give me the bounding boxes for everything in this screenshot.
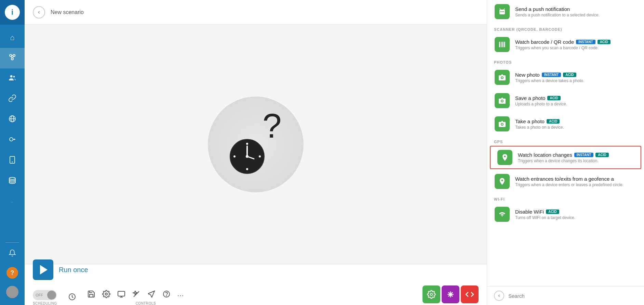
sidebar-item-help[interactable]: ? xyxy=(0,264,25,282)
sidebar-item-mobile[interactable] xyxy=(0,151,25,171)
svg-point-14 xyxy=(9,177,15,179)
android-icon xyxy=(495,70,510,85)
search-input[interactable] xyxy=(508,293,637,299)
list-item-save-photo[interactable]: Save a photo ACID Uploads a photo to a d… xyxy=(487,89,644,112)
android-icon xyxy=(495,207,510,222)
section-header-scanner: SCANNER (QRCODE, BARCODE) xyxy=(487,23,644,33)
toolbar-display[interactable] xyxy=(117,290,125,300)
list-item-text: Watch barcode / QR code INSTANT ACID Tri… xyxy=(515,39,636,50)
list-item-push-notification[interactable]: Send a push notification Sends a push no… xyxy=(487,0,644,23)
more-icon: ··· xyxy=(177,291,184,299)
list-item-disable-wifi[interactable]: Disable WiFi ACID Turns off WiFi on a ta… xyxy=(487,203,644,226)
badge-acid: ACID xyxy=(547,119,560,124)
badge-acid: ACID xyxy=(595,153,608,157)
toolbar-more[interactable]: ··· xyxy=(177,291,184,299)
android-icon xyxy=(495,93,510,108)
tools-icons-row xyxy=(422,285,479,303)
sidebar-item-globe[interactable] xyxy=(0,110,25,130)
link-icon xyxy=(8,94,16,104)
svg-point-38 xyxy=(502,11,503,12)
sidebar-item-links[interactable] xyxy=(0,89,25,110)
help-circle-icon xyxy=(162,290,171,300)
toggle-off-label: OFF xyxy=(36,293,43,297)
toggle-switch[interactable]: OFF xyxy=(33,290,57,300)
section-header-gps: GPS xyxy=(487,136,644,145)
sidebar: i ⌂ xyxy=(0,0,25,305)
svg-rect-42 xyxy=(502,42,503,47)
sidebar-item-users[interactable] xyxy=(0,68,25,89)
toolbar-settings[interactable] xyxy=(102,290,110,300)
sidebar-nav: ⌂ xyxy=(0,25,25,240)
list-item-watch-barcode[interactable]: Watch barcode / QR code INSTANT ACID Tri… xyxy=(487,33,644,56)
list-item-title: Save a photo ACID xyxy=(515,95,636,101)
badge-acid: ACID xyxy=(598,40,611,44)
toolbar-flight[interactable] xyxy=(147,290,156,300)
tool-btn-asterisk[interactable] xyxy=(442,285,459,303)
badge-instant: INSTANT xyxy=(574,153,594,157)
toolbar-save[interactable] xyxy=(87,290,95,300)
users-icon xyxy=(8,74,16,84)
home-icon: ⌂ xyxy=(10,33,14,42)
sidebar-item-key[interactable] xyxy=(0,130,25,151)
svg-rect-26 xyxy=(118,291,125,296)
list-item-take-photo[interactable]: Take a photo ACID Takes a photo on a dev… xyxy=(487,112,644,136)
key-icon xyxy=(8,135,16,145)
list-item-desc: Takes a photo on a device. xyxy=(515,125,636,130)
list-item-desc: Uploads a photo to a device. xyxy=(515,102,636,106)
sidebar-logo[interactable]: i xyxy=(0,0,25,25)
tool-btn-code[interactable] xyxy=(461,285,479,303)
back-button[interactable] xyxy=(33,6,45,18)
svg-rect-43 xyxy=(503,42,504,47)
svg-point-39 xyxy=(503,11,504,12)
sidebar-item-user[interactable] xyxy=(0,283,25,301)
svg-point-25 xyxy=(105,293,107,295)
badge-acid: ACID xyxy=(563,73,576,77)
list-item-text: Watch location changes INSTANT ACID Trig… xyxy=(518,152,634,163)
toolbar-wand[interactable] xyxy=(132,290,140,300)
wand-icon xyxy=(132,290,140,300)
scheduling-group: OFF SCHEDULING xyxy=(33,290,57,305)
sidebar-item-database[interactable] xyxy=(0,171,25,192)
toolbar-help[interactable] xyxy=(162,290,171,300)
badge-acid: ACID xyxy=(547,96,560,100)
list-item-text: Save a photo ACID Uploads a photo to a d… xyxy=(515,95,636,106)
list-item-watch-location[interactable]: Watch location changes INSTANT ACID Trig… xyxy=(490,146,641,169)
tool-btn-settings[interactable] xyxy=(422,285,440,303)
svg-point-21 xyxy=(233,155,236,157)
list-item-new-photo[interactable]: New photo INSTANT ACID Triggers when a d… xyxy=(487,66,644,89)
svg-text:?: ? xyxy=(263,107,282,144)
android-icon xyxy=(497,150,512,165)
right-panel-list: Send a push notification Sends a push no… xyxy=(487,0,644,286)
svg-rect-41 xyxy=(501,42,501,47)
badge-acid: ACID xyxy=(546,209,559,214)
sidebar-item-bell[interactable] xyxy=(0,245,25,263)
svg-line-5 xyxy=(13,56,13,58)
svg-point-0 xyxy=(10,54,12,56)
search-back-button[interactable] xyxy=(494,291,504,301)
help-icon: ? xyxy=(6,267,18,279)
svg-point-32 xyxy=(430,293,433,296)
list-item-title: Watch barcode / QR code INSTANT ACID xyxy=(515,39,636,45)
toolbar-icons-row: OFF SCHEDULING xyxy=(33,285,479,305)
list-item-watch-geofence[interactable]: Watch entrances to/exits from a geofence… xyxy=(487,170,644,193)
toolbar-clock[interactable] xyxy=(68,293,76,303)
list-item-title: Watch entrances to/exits from a geofence… xyxy=(515,176,636,182)
list-item-desc: Triggers when a device takes a photo. xyxy=(515,78,636,83)
user-avatar xyxy=(6,286,18,298)
sidebar-item-scenarios[interactable] xyxy=(0,48,25,68)
controls-label: CONTROLS xyxy=(136,302,156,305)
display-icon xyxy=(117,290,125,300)
sidebar-item-more[interactable]: ⋯ xyxy=(0,192,25,212)
android-icon xyxy=(495,4,510,19)
sidebar-item-home[interactable]: ⌂ xyxy=(0,27,25,48)
list-item-title: Take a photo ACID xyxy=(515,118,636,124)
run-once-label: Run once xyxy=(59,266,88,274)
svg-point-6 xyxy=(10,75,13,78)
svg-point-53 xyxy=(501,124,503,125)
section-header-photos: PHOTOS xyxy=(487,56,644,66)
svg-point-22 xyxy=(259,155,261,157)
svg-point-1 xyxy=(13,54,15,56)
svg-point-2 xyxy=(11,58,13,60)
app-logo-icon: i xyxy=(5,5,20,20)
bottom-toolbar: Run once OFF SCHEDULING xyxy=(25,264,487,305)
